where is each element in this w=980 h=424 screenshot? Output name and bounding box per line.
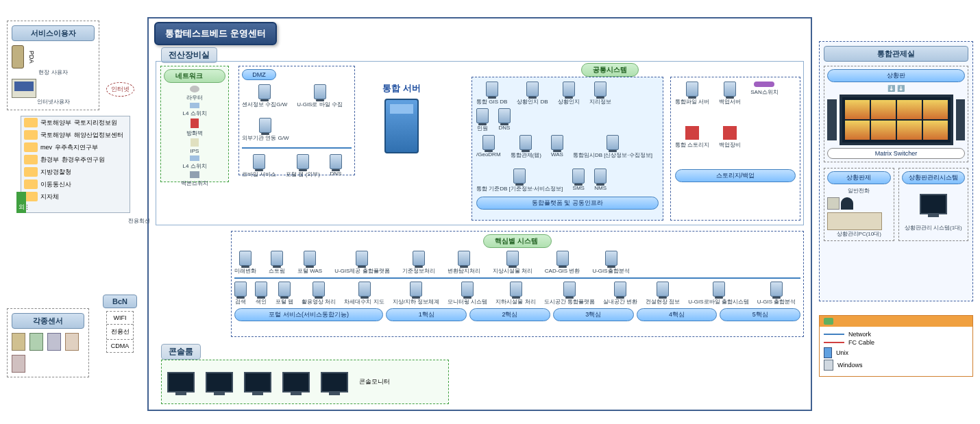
server-node: 도시공간 통합플랫폼	[544, 282, 595, 305]
server-icon	[614, 282, 626, 297]
core-group: 2핵심	[469, 308, 550, 321]
server-node: 포털 웹 (외부)	[286, 154, 320, 178]
server-node: U-GIS 출합분석	[757, 282, 796, 305]
server-icon	[304, 251, 316, 266]
internet-cloud: 인터넷	[106, 82, 134, 97]
server-node: WAS	[551, 135, 563, 159]
server-icon	[313, 282, 325, 297]
server-node: U-GIS로바일 출합시스템	[688, 282, 748, 305]
sensor-icon	[29, 333, 43, 351]
network-item: 방화벽	[164, 119, 225, 137]
sensor-icon	[12, 333, 25, 351]
server-node: 포털 웹	[275, 282, 293, 305]
person-icon	[841, 197, 853, 210]
server-icon	[239, 251, 252, 266]
board-box: 상황판 ⬇️ ⬇️ Matrix Switcher	[824, 66, 968, 162]
org-logo-icon	[24, 167, 38, 177]
server-icon	[526, 82, 539, 97]
server-icon	[258, 84, 271, 99]
router-icon	[190, 86, 199, 92]
control-pc-label: 상황관리PC(10대)	[827, 230, 891, 238]
server-node: NMS	[594, 169, 607, 192]
server-node: 통합 GIS DB	[476, 82, 507, 105]
server-icon	[358, 282, 371, 297]
server-icon	[506, 251, 519, 266]
sensor-section: 각종센서	[7, 308, 89, 377]
bcn-box: WIFI 전용선 CDMA	[106, 311, 134, 353]
service-users-section: 서비스이용자 PDA 현장 사용자 인터넷사용자	[7, 21, 99, 110]
san-node: SAN스위치	[750, 82, 778, 105]
server-icon	[519, 135, 532, 150]
server-icon	[605, 251, 617, 266]
server-node: 검색	[234, 282, 247, 305]
server-icon	[271, 251, 283, 266]
server-node: 통합파일 서버	[675, 82, 709, 105]
network-item: L4 스위치	[164, 155, 225, 170]
pda-icon	[12, 45, 24, 68]
core-group: 1핵심	[386, 308, 467, 321]
server-icon	[458, 251, 470, 266]
org-logo-icon	[24, 118, 38, 127]
mgmt-item-label: 상황판관리 시스템(1대)	[902, 224, 966, 232]
ext-item: 국토해양부국토지리정보원	[21, 116, 130, 129]
server-icon	[513, 169, 526, 184]
server-node: 백업서버	[719, 82, 741, 105]
server-icon	[563, 282, 576, 297]
integrated-server-label: 통합 서버	[382, 82, 421, 95]
unix-icon	[824, 347, 832, 358]
datacenter-section: 전산장비실 네트워크 라우터 L4 스위치 방화벽 IPS L4 스위치 백본스…	[147, 17, 812, 411]
switch-icon	[190, 103, 199, 108]
server-node: 통합관제(웹)	[511, 135, 541, 159]
server-node: 미래변화	[234, 251, 256, 275]
sensor-icon	[65, 333, 79, 351]
server-node: 센서정보 수집G/W	[242, 84, 287, 108]
server-node: 색인	[255, 282, 267, 305]
legend-row: Unix	[824, 347, 968, 358]
core-system-box: 핵심별 시스템 미래변화 스토림 포털 WAS U-GIS제공 출합플랫폼 기준…	[231, 231, 804, 337]
matrix-label: Matrix Switcher	[827, 148, 965, 159]
server-node: 기준정보처리	[402, 251, 435, 275]
org-logo-icon	[24, 192, 38, 201]
storage-box: 통합파일 서버 백업서버 SAN스위치 통합 스토리지 백업장비 스토리지/백업	[670, 77, 800, 221]
common-title: 공통시스템	[581, 63, 639, 77]
workstation-icon	[827, 212, 882, 230]
bcn-item: 전용선	[107, 325, 133, 340]
san-icon	[754, 82, 774, 87]
server-icon	[510, 282, 522, 297]
server-icon	[234, 282, 247, 297]
integrated-server-block: 통합 서버	[382, 82, 421, 153]
org-logo-icon	[24, 142, 38, 152]
ext-item: 지방경찰청	[21, 166, 130, 178]
pda-icon-node	[12, 45, 24, 68]
control-room-section: 통합관제실 상황판 ⬇️ ⬇️ Matrix Switcher 상황판제 일반전…	[819, 41, 973, 301]
network-item: IPS	[164, 138, 225, 154]
control-room-title: 통합관제실	[824, 46, 968, 62]
core-group: 4핵심	[637, 308, 718, 321]
server-icon	[255, 282, 267, 297]
server-node: CAD-GIS 변환	[545, 251, 580, 275]
server-node: 지하시설물 처리	[495, 282, 535, 305]
common-system-box: 공통시스템 통합 GIS DB 상황인지 DB 상황인지 지리정보 민원 DNS…	[471, 63, 807, 222]
server-icon	[724, 82, 736, 97]
monitor-icon	[282, 372, 310, 392]
server-node: 상황인지 DB	[517, 82, 548, 105]
server-icon	[594, 169, 607, 184]
video-wall	[840, 95, 953, 145]
mgmt-system-box: 상황판관리시스템 상황판관리 시스템(1대)	[898, 168, 969, 241]
server-node: 차세대수치 지도	[344, 282, 384, 305]
server-icon	[278, 282, 291, 297]
server-icon	[498, 108, 511, 123]
monitor-icon	[167, 372, 195, 392]
storage-label: 스토리지/백업	[675, 169, 796, 182]
server-icon	[461, 282, 474, 297]
server-icon	[482, 135, 495, 150]
server-icon	[556, 251, 569, 266]
monitor-icon	[206, 372, 233, 392]
server-icon	[330, 154, 342, 169]
org-logo-icon	[24, 179, 38, 189]
legend-row: FC Cable	[824, 339, 968, 346]
server-node: U-GIS출합분석	[592, 251, 629, 275]
server-icon	[713, 282, 725, 297]
server-icon	[770, 282, 783, 297]
ext-item: 환경부환경우주연구원	[21, 153, 130, 166]
